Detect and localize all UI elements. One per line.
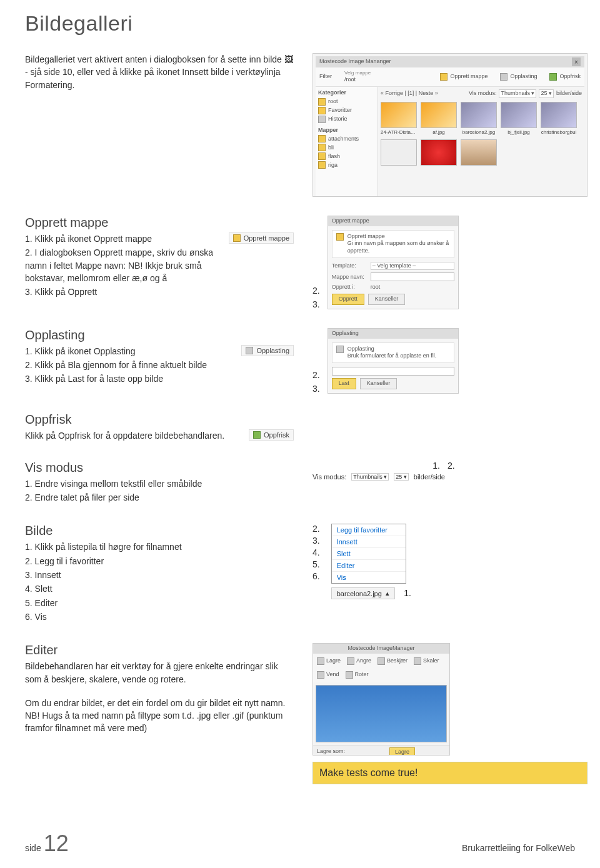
mapper-heading: Mapper bbox=[318, 127, 375, 134]
step: 1. Klikk på listepila til høgre for filn… bbox=[25, 541, 294, 553]
oppfrisk-text: Klikk på Oppfrisk for å oppdatere bildeb… bbox=[25, 429, 236, 442]
editor-tool-skaler[interactable]: Skaler bbox=[414, 657, 439, 665]
vis-modus-select[interactable]: Thumbnails ▾ bbox=[499, 89, 536, 98]
annot: 3. bbox=[312, 299, 320, 309]
refresh-icon bbox=[253, 431, 261, 439]
scale-icon bbox=[414, 657, 421, 665]
annot: 6. bbox=[312, 571, 320, 581]
kanseller-button[interactable]: Kanseller bbox=[368, 294, 406, 305]
editor-canvas bbox=[316, 685, 447, 742]
oppfrisk-button[interactable]: Oppfrisk bbox=[249, 429, 294, 441]
editor-tool-roter[interactable]: Roter bbox=[346, 671, 369, 679]
thumbnail[interactable]: bj_fjell.jpg bbox=[501, 102, 537, 136]
opprett-confirm-button[interactable]: Opprett bbox=[332, 294, 364, 305]
ctx-item-innsett[interactable]: Innsett bbox=[332, 536, 406, 548]
editer-p1: Bildebehandlaren har eit verktøy for å g… bbox=[25, 660, 294, 686]
step: 3. Klikk på Last for å laste opp bilde bbox=[25, 372, 229, 385]
step: 1. Klikk på ikonet Opplasting bbox=[25, 345, 229, 357]
sidebar-item[interactable]: bli bbox=[318, 144, 375, 151]
im-opplasting-button[interactable]: Opplasting bbox=[500, 73, 537, 81]
folder-icon bbox=[318, 135, 326, 142]
thumbnail[interactable]: barcelona2.jpg bbox=[461, 102, 497, 136]
thumbnail[interactable]: 24-ATR-DistantF bbox=[381, 102, 417, 136]
annot: 5. bbox=[312, 559, 320, 569]
mappe-navn-input[interactable] bbox=[371, 272, 454, 281]
sidebar-item[interactable]: flash bbox=[318, 152, 375, 160]
step: 1. Endre visinga mellom tekstfil eller s… bbox=[25, 477, 294, 490]
thumbnail[interactable] bbox=[381, 139, 417, 166]
upload-file-input[interactable] bbox=[332, 367, 454, 376]
vis-modus-label: Vis modus: bbox=[469, 90, 496, 97]
im-pager[interactable]: « Forrige | [1] | Neste » bbox=[381, 90, 438, 97]
bilde-heading: Bilde bbox=[25, 524, 294, 538]
vis-modus-select[interactable]: Thumbnails ▾ bbox=[351, 473, 389, 481]
upload-icon bbox=[246, 347, 253, 354]
step: 5. Editer bbox=[25, 597, 294, 609]
editor-cancel-button[interactable]: Kanseller bbox=[389, 755, 424, 756]
per-side-label: bilder/side bbox=[556, 90, 582, 97]
folder-icon bbox=[318, 98, 326, 106]
editor-tool-angre[interactable]: Angre bbox=[347, 657, 371, 665]
editor-tool-lagre[interactable]: Lagre bbox=[317, 657, 341, 665]
vis-modus-row: Vis modus: Thumbnails ▾ 25 ▾ bilder/side bbox=[312, 473, 575, 481]
context-menu: Legg til favoritter Innsett Slett Editer… bbox=[331, 524, 406, 584]
banner: Make tests come true! bbox=[312, 762, 588, 784]
annot: 3. bbox=[312, 384, 320, 394]
sidebar-item[interactable]: Historie bbox=[318, 116, 375, 123]
opplasting-heading: Opplasting bbox=[25, 328, 294, 342]
step: 6. Vis bbox=[25, 611, 294, 623]
folder-icon bbox=[233, 234, 241, 242]
doc-title: Brukarrettleiing for FolkeWeb bbox=[462, 843, 575, 853]
sidebar-item[interactable]: attachments bbox=[318, 135, 375, 142]
opplasting-dialog: Opplasting Opplasting Bruk formularet fo… bbox=[328, 328, 459, 394]
opprett-mappe-dialog: Opprett mappe Opprett mappe Gi inn navn … bbox=[328, 216, 459, 309]
opplasting-button[interactable]: Opplasting bbox=[241, 345, 294, 356]
close-icon[interactable]: × bbox=[572, 57, 581, 66]
refresh-icon bbox=[549, 73, 557, 81]
ctx-item-editer[interactable]: Editer bbox=[332, 560, 406, 572]
template-select[interactable]: – Velg template – bbox=[371, 262, 454, 271]
editor-tool-beskjaer[interactable]: Beskjær bbox=[378, 657, 408, 665]
folder-icon bbox=[440, 73, 448, 81]
file-chip[interactable]: barcelona2.jpg ▴ bbox=[331, 587, 395, 599]
folder-icon bbox=[318, 152, 326, 160]
step: 3. Klikk på Opprett bbox=[25, 286, 216, 298]
im-path-heading: Velg mappe bbox=[344, 70, 371, 76]
thumbnail[interactable]: af.jpg bbox=[421, 102, 457, 136]
upload-icon bbox=[500, 73, 508, 81]
thumbnail[interactable] bbox=[421, 139, 457, 166]
last-button[interactable]: Last bbox=[332, 378, 356, 389]
sidebar-item[interactable]: root bbox=[318, 98, 375, 106]
sidebar-item[interactable]: riga bbox=[318, 161, 375, 169]
editer-heading: Editer bbox=[25, 643, 294, 657]
save-as-input[interactable] bbox=[317, 756, 367, 756]
thumbnail[interactable] bbox=[461, 139, 497, 166]
rotate-icon bbox=[346, 671, 353, 679]
im-path: /root bbox=[344, 76, 371, 84]
annot: 2. bbox=[312, 370, 320, 380]
ctx-item-vis[interactable]: Vis bbox=[332, 572, 406, 583]
star-icon bbox=[318, 107, 326, 114]
annot: 1. bbox=[404, 588, 411, 598]
per-side-select[interactable]: 25 ▾ bbox=[394, 473, 409, 481]
page-number: side12 bbox=[25, 831, 69, 857]
opprett-mappe-button[interactable]: Opprett mappe bbox=[229, 232, 294, 244]
ctx-item-slett[interactable]: Slett bbox=[332, 548, 406, 560]
im-opprett-button[interactable]: Opprett mappe bbox=[440, 73, 488, 81]
im-oppfrisk-button[interactable]: Oppfrisk bbox=[549, 73, 581, 81]
kanseller-button[interactable]: Kanseller bbox=[360, 378, 398, 389]
editor-title: Mostecode ImageManager bbox=[313, 644, 449, 654]
ctx-item-favoritter[interactable]: Legg til favoritter bbox=[332, 524, 406, 536]
annot: 4. bbox=[312, 547, 320, 557]
thumbnail[interactable]: christineborgbui bbox=[541, 102, 577, 136]
intro-text: Bildegalleriet vert aktivert anten i dia… bbox=[25, 53, 294, 91]
dialog-title: Opplasting bbox=[328, 329, 458, 339]
step: 2. Klikk på Bla gjennom for å finne aktu… bbox=[25, 359, 229, 371]
editor-screenshot: Mostecode ImageManager Lagre Angre Beskj… bbox=[312, 643, 450, 756]
sidebar-item[interactable]: Favoritter bbox=[318, 107, 375, 114]
image-manager-screenshot: Mostecode Image Mananger × Filter Velg m… bbox=[312, 53, 588, 197]
folder-plus-icon bbox=[336, 233, 344, 241]
per-side-select[interactable]: 25 ▾ bbox=[539, 89, 554, 98]
editor-tool-vend[interactable]: Vend bbox=[317, 671, 339, 679]
undo-icon bbox=[347, 657, 354, 665]
